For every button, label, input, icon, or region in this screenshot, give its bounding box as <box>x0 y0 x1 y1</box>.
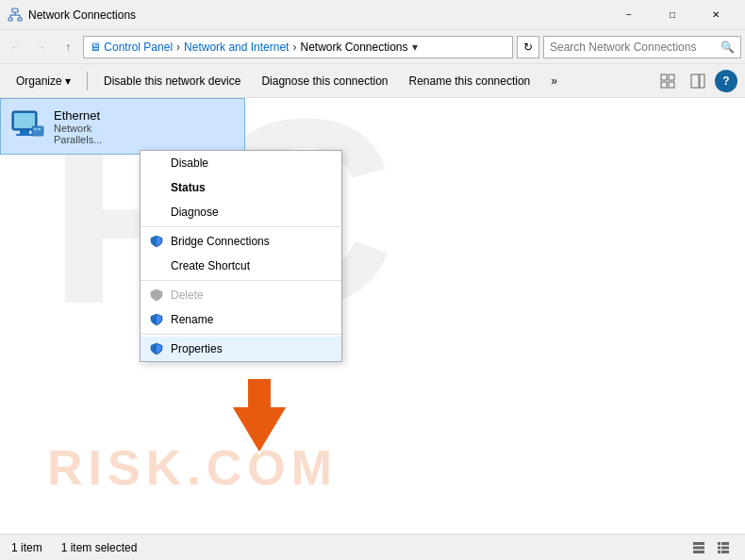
ctx-delete: Delete <box>141 283 341 307</box>
file-area: PC RISK.COM Ethernet Network Parallels..… <box>0 98 745 534</box>
breadcrumb-dropdown[interactable]: ▾ <box>412 41 418 54</box>
network-type: Network <box>54 123 102 134</box>
svg-rect-15 <box>20 130 29 134</box>
app-icon <box>8 8 23 23</box>
up-button[interactable]: ↑ <box>57 36 79 58</box>
svg-rect-29 <box>721 551 729 553</box>
watermark: PC RISK.COM <box>0 98 745 534</box>
svg-rect-1 <box>8 18 12 21</box>
ctx-disable[interactable]: Disable <box>141 151 341 175</box>
svg-rect-16 <box>16 134 33 136</box>
status-bar: 1 item 1 item selected <box>0 534 745 560</box>
breadcrumb-current: Network Connections <box>300 41 407 54</box>
details-view-button[interactable] <box>713 537 734 558</box>
main-content: PC RISK.COM Ethernet Network Parallels..… <box>0 98 745 534</box>
svg-rect-21 <box>693 542 704 545</box>
refresh-button[interactable]: ↻ <box>517 36 539 58</box>
breadcrumb-sep1: › <box>176 41 180 54</box>
svg-rect-0 <box>12 8 18 12</box>
toolbar: Organize ▾ Disable this network device D… <box>0 64 745 98</box>
svg-rect-2 <box>18 18 22 21</box>
toolbar-separator <box>87 72 88 91</box>
ctx-diagnose[interactable]: Diagnose <box>141 200 341 224</box>
minimize-button[interactable]: − <box>607 0 651 30</box>
maximize-button[interactable]: □ <box>651 0 694 30</box>
network-name: Ethernet <box>54 108 102 123</box>
watermark-text: RISK.COM <box>47 439 338 496</box>
svg-rect-25 <box>721 542 729 545</box>
view-options-button[interactable] <box>654 68 681 94</box>
ctx-status[interactable]: Status <box>141 175 341 200</box>
ctx-sep2 <box>141 280 341 281</box>
network-sub: Parallels... <box>54 134 102 145</box>
preview-pane-button[interactable] <box>685 68 711 94</box>
disable-network-button[interactable]: Disable this network device <box>95 68 249 94</box>
svg-rect-8 <box>669 74 674 80</box>
address-bar: ← → ↑ 🖥 Control Panel › Network and Inte… <box>0 30 745 64</box>
search-icon: 🔍 <box>720 41 735 54</box>
forward-button[interactable]: → <box>30 36 53 58</box>
item-selected: 1 item selected <box>61 541 138 554</box>
breadcrumb-sep2: › <box>292 41 296 54</box>
help-button[interactable]: ? <box>715 70 737 92</box>
list-view-button[interactable] <box>688 537 709 558</box>
svg-rect-18 <box>34 128 37 130</box>
svg-rect-14 <box>14 113 35 128</box>
rename-shield-icon <box>150 313 163 326</box>
svg-rect-27 <box>721 546 729 549</box>
back-button[interactable]: ← <box>4 36 26 58</box>
arrow-overlay <box>217 373 302 458</box>
ctx-bridge[interactable]: Bridge Connections <box>141 229 341 254</box>
breadcrumb-part2[interactable]: Network and Internet <box>184 41 289 54</box>
more-button[interactable]: » <box>542 68 566 94</box>
window-title: Network Connections <box>28 8 607 22</box>
svg-rect-28 <box>718 551 720 553</box>
bridge-shield-icon <box>150 235 163 248</box>
window-controls: − □ ✕ <box>607 0 737 30</box>
svg-rect-23 <box>693 551 704 553</box>
ethernet-icon <box>8 107 46 145</box>
ctx-sep3 <box>141 334 341 335</box>
ctx-properties[interactable]: Properties <box>141 337 341 361</box>
breadcrumb-home-icon[interactable]: 🖥 <box>90 41 101 54</box>
breadcrumb: 🖥 Control Panel › Network and Internet ›… <box>83 36 513 58</box>
close-button[interactable]: ✕ <box>694 0 737 30</box>
search-input[interactable] <box>550 41 717 54</box>
svg-rect-22 <box>693 546 704 549</box>
svg-rect-11 <box>691 74 699 88</box>
network-info: Ethernet Network Parallels... <box>54 108 102 145</box>
network-item-ethernet[interactable]: Ethernet Network Parallels... <box>0 98 245 155</box>
svg-marker-20 <box>231 378 288 453</box>
svg-rect-17 <box>32 126 43 136</box>
title-bar: Network Connections − □ ✕ <box>0 0 745 30</box>
properties-shield-icon <box>150 342 163 355</box>
breadcrumb-part1[interactable]: Control Panel <box>104 41 173 54</box>
organize-button[interactable]: Organize ▾ <box>8 68 79 94</box>
svg-rect-26 <box>718 546 720 549</box>
svg-rect-12 <box>700 74 704 88</box>
svg-rect-10 <box>669 82 674 88</box>
ctx-rename[interactable]: Rename <box>141 307 341 332</box>
svg-rect-7 <box>661 74 667 80</box>
diagnose-button[interactable]: Diagnose this connection <box>253 68 396 94</box>
ctx-shortcut[interactable]: Create Shortcut <box>141 254 341 278</box>
status-view-controls <box>688 537 734 558</box>
svg-rect-19 <box>38 128 41 130</box>
rename-button[interactable]: Rename this connection <box>401 68 539 94</box>
toolbar-right: ? <box>654 68 737 94</box>
ctx-sep1 <box>141 226 341 227</box>
delete-shield-icon <box>150 288 163 302</box>
item-count: 1 item <box>11 541 42 554</box>
svg-rect-24 <box>718 542 720 545</box>
context-menu: Disable Status Diagnose Bridge Connectio… <box>140 150 342 362</box>
svg-rect-9 <box>661 82 667 88</box>
search-box: 🔍 <box>543 36 741 58</box>
